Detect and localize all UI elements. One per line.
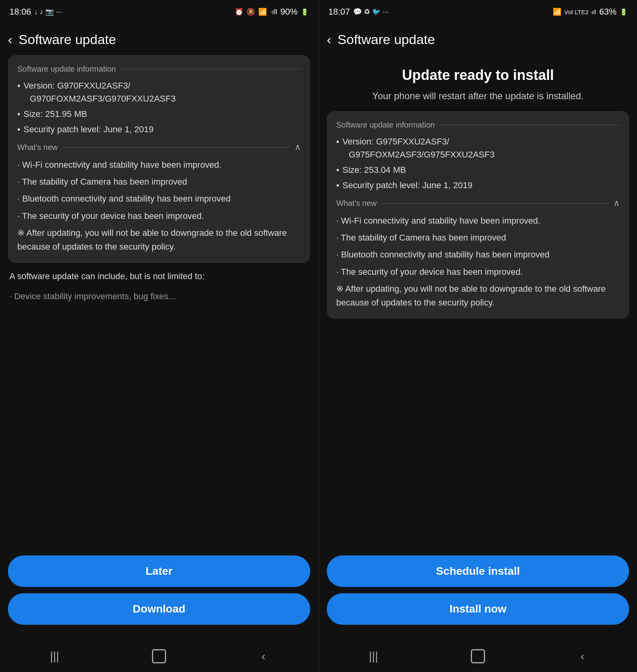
time-right: 18:07 bbox=[328, 7, 350, 17]
download-button[interactable]: Download bbox=[8, 593, 310, 625]
status-bar-left-time: 18:06 ↓ ♪ 📷 ··· bbox=[9, 7, 62, 17]
nav-menu-right[interactable]: ||| bbox=[362, 644, 385, 668]
install-now-button[interactable]: Install now bbox=[327, 593, 629, 625]
signal-text-right: Voℓ LTE2 ·ıll bbox=[565, 9, 596, 15]
scroll-content-right: Software update information • Version: G… bbox=[319, 111, 637, 549]
extra-text-left: A software update can include, but is no… bbox=[8, 269, 310, 283]
info-card-left: Software update information • Version: G… bbox=[8, 55, 310, 263]
notif-icons-left: ↓ ♪ 📷 ··· bbox=[34, 7, 62, 16]
header-right: ‹ Software update bbox=[319, 24, 637, 55]
bottom-buttons-left: Later Download bbox=[0, 549, 318, 641]
nav-home-right[interactable] bbox=[471, 649, 485, 663]
wifi-icon-left: 📶 bbox=[258, 7, 267, 16]
update-ready-section: Update ready to install Your phone will … bbox=[319, 55, 637, 111]
bullet-icon: • bbox=[17, 79, 20, 105]
battery-icon-left: 🔋 bbox=[301, 8, 309, 16]
notif-icons-right: 💬 ♻ 🐦 ··· bbox=[353, 7, 389, 16]
bottom-buttons-right: Schedule install Install now bbox=[319, 549, 637, 641]
nav-bar-right: ||| ‹ bbox=[319, 641, 637, 672]
whats-new-header-right: What's new ∧ bbox=[336, 198, 620, 208]
right-phone-panel: 18:07 💬 ♻ 🐦 ··· 📶 Voℓ LTE2 ·ıll 63% 🔋 ‹ … bbox=[319, 0, 637, 672]
nav-home-left[interactable] bbox=[152, 649, 166, 663]
schedule-install-button[interactable]: Schedule install bbox=[327, 555, 629, 587]
whats-new-header-left: What's new ∧ bbox=[17, 142, 301, 152]
later-button[interactable]: Later bbox=[8, 555, 310, 587]
update-ready-subtitle: Your phone will restart after the update… bbox=[331, 89, 625, 103]
nav-back-left[interactable]: ‹ bbox=[252, 644, 275, 668]
update-ready-title: Update ready to install bbox=[331, 67, 625, 83]
whats-new-content-left: · Wi-Fi connectivity and stability have … bbox=[17, 158, 301, 254]
version-item-left: • Version: G970FXXU2ASF3/ G970FOXM2ASF3/… bbox=[17, 79, 301, 105]
status-bar-right-left: ⏰ 🔕 📶 ·ıll 90% 🔋 bbox=[235, 7, 309, 17]
info-section-title-right: Software update information bbox=[336, 120, 620, 130]
time-left: 18:06 bbox=[9, 7, 31, 17]
scroll-content-left: Software update information • Version: G… bbox=[0, 55, 318, 549]
battery-icon-right: 🔋 bbox=[620, 8, 628, 16]
info-card-right: Software update information • Version: G… bbox=[327, 111, 629, 319]
page-title-right: Software update bbox=[337, 32, 435, 47]
signal-icon-left: ·ıll bbox=[270, 8, 277, 16]
security-item-left: • Security patch level: June 1, 2019 bbox=[17, 123, 301, 136]
whats-new-section-left: What's new ∧ · Wi-Fi connectivity and st… bbox=[17, 142, 301, 254]
size-item-left: • Size: 251.95 MB bbox=[17, 107, 301, 120]
wifi-icon-right: 📶 bbox=[553, 7, 561, 16]
alarm-icon: ⏰ bbox=[235, 7, 243, 16]
status-bar-icons-right: 📶 Voℓ LTE2 ·ıll 63% 🔋 bbox=[553, 7, 628, 17]
status-bar-right: 18:07 💬 ♻ 🐦 ··· 📶 Voℓ LTE2 ·ıll 63% 🔋 bbox=[319, 0, 637, 24]
security-item-right: • Security patch level: June 1, 2019 bbox=[336, 179, 620, 192]
header-left: ‹ Software update bbox=[0, 24, 318, 55]
mute-icon: 🔕 bbox=[246, 7, 255, 16]
back-button-left[interactable]: ‹ bbox=[8, 33, 12, 46]
battery-right: 63% bbox=[599, 7, 617, 17]
chevron-up-right[interactable]: ∧ bbox=[613, 198, 620, 208]
battery-left: 90% bbox=[280, 7, 298, 17]
version-item-right: • Version: G975FXXU2ASF3/ G975FOXM2ASF3/… bbox=[336, 135, 620, 161]
nav-bar-left: ||| ‹ bbox=[0, 641, 318, 672]
left-phone-panel: 18:06 ↓ ♪ 📷 ··· ⏰ 🔕 📶 ·ıll 90% 🔋 ‹ Softw… bbox=[0, 0, 318, 672]
back-button-right[interactable]: ‹ bbox=[327, 33, 331, 46]
size-item-right: • Size: 253.04 MB bbox=[336, 163, 620, 176]
whats-new-title-left: What's new bbox=[17, 143, 294, 152]
nav-back-right[interactable]: ‹ bbox=[570, 644, 594, 668]
info-list-right: • Version: G975FXXU2ASF3/ G975FOXM2ASF3/… bbox=[336, 135, 620, 192]
nav-menu-left[interactable]: ||| bbox=[43, 644, 67, 668]
chevron-up-left[interactable]: ∧ bbox=[294, 142, 301, 152]
whats-new-title-right: What's new bbox=[336, 199, 613, 208]
page-title-left: Software update bbox=[19, 32, 116, 47]
status-bar-left: 18:06 ↓ ♪ 📷 ··· ⏰ 🔕 📶 ·ıll 90% 🔋 bbox=[0, 0, 318, 24]
whats-new-content-right: · Wi-Fi connectivity and stability have … bbox=[336, 214, 620, 309]
info-list-left: • Version: G970FXXU2ASF3/ G970FOXM2ASF3/… bbox=[17, 79, 301, 136]
info-section-title-left: Software update information bbox=[17, 65, 301, 74]
status-bar-time-right: 18:07 💬 ♻ 🐦 ··· bbox=[328, 7, 389, 17]
extra-text-faded-left: · Device stability improvements, bug fix… bbox=[8, 289, 310, 303]
whats-new-section-right: What's new ∧ · Wi-Fi connectivity and st… bbox=[336, 198, 620, 309]
